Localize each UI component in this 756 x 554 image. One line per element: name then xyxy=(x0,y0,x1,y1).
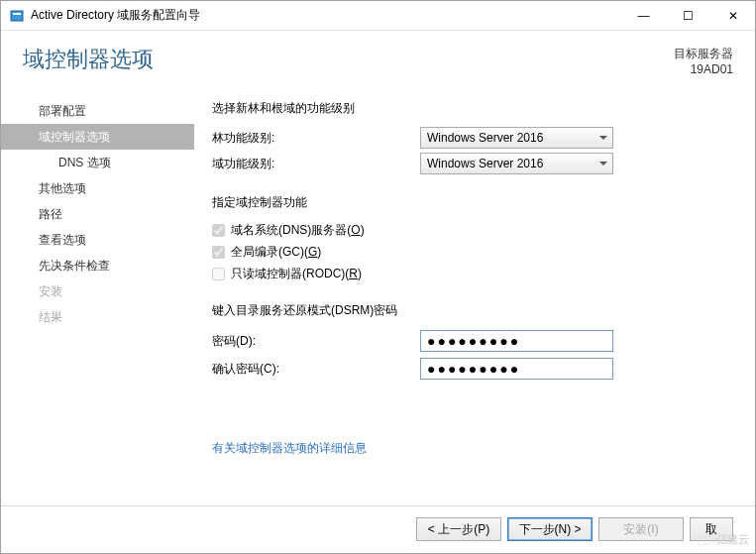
nav-deploy-config[interactable]: 部署配置 xyxy=(1,98,194,124)
nav-sidebar: 部署配置 域控制器选项 DNS 选项 其他选项 路径 查看选项 先决条件检查 安… xyxy=(1,90,194,482)
maximize-button[interactable]: ☐ xyxy=(666,1,710,31)
body: 部署配置 域控制器选项 DNS 选项 其他选项 路径 查看选项 先决条件检查 安… xyxy=(1,90,755,482)
svg-rect-1 xyxy=(13,13,21,15)
nav-paths[interactable]: 路径 xyxy=(1,201,194,227)
install-button: 安装(I) xyxy=(598,517,684,541)
more-info-link[interactable]: 有关域控制器选项的详细信息 xyxy=(212,441,367,455)
confirm-password-label: 确认密码(C): xyxy=(212,361,420,378)
prev-button[interactable]: < 上一步(P) xyxy=(416,517,501,541)
wizard-buttons: < 上一步(P) 下一步(N) > 安装(I) 取 xyxy=(416,517,733,541)
forest-level-select[interactable] xyxy=(420,127,613,149)
svg-point-3 xyxy=(703,535,713,544)
password-label: 密码(D): xyxy=(212,333,420,350)
close-button[interactable]: ✕ xyxy=(710,1,755,31)
domain-level-select[interactable] xyxy=(420,153,613,174)
func-level-title: 选择新林和根域的功能级别 xyxy=(212,100,733,117)
window-title: Active Directory 域服务配置向导 xyxy=(31,7,621,24)
more-info-link-wrap: 有关域控制器选项的详细信息 xyxy=(212,440,733,457)
target-server-box: 目标服务器 19AD01 xyxy=(674,45,733,77)
rodc-checkbox xyxy=(212,268,225,280)
gc-checkbox xyxy=(212,246,225,259)
domain-level-label: 域功能级别: xyxy=(212,156,420,172)
app-icon xyxy=(9,8,25,24)
dns-checkbox-label: 域名系统(DNS)服务器(O) xyxy=(231,222,365,239)
rodc-checkbox-label: 只读域控制器(RODC)(R) xyxy=(231,266,362,282)
password-field[interactable] xyxy=(420,330,613,352)
nav-dc-options[interactable]: 域控制器选项 xyxy=(1,124,194,150)
dc-caps-title: 指定域控制器功能 xyxy=(212,194,733,211)
nav-review[interactable]: 查看选项 xyxy=(1,227,194,253)
confirm-password-field[interactable] xyxy=(420,358,613,380)
svg-rect-0 xyxy=(11,11,23,21)
next-button[interactable]: 下一步(N) > xyxy=(507,517,593,541)
header: 域控制器选项 目标服务器 19AD01 xyxy=(1,31,755,90)
watermark: 亿速云 xyxy=(697,532,749,547)
minimize-button[interactable]: — xyxy=(621,1,666,31)
dsrm-title: 键入目录服务还原模式(DSRM)密码 xyxy=(212,302,733,319)
nav-results: 结果 xyxy=(1,304,194,330)
nav-install: 安装 xyxy=(1,278,194,304)
target-value: 19AD01 xyxy=(674,62,733,78)
forest-level-label: 林功能级别: xyxy=(212,130,420,147)
nav-other-options[interactable]: 其他选项 xyxy=(1,175,194,201)
nav-dns-options[interactable]: DNS 选项 xyxy=(1,150,194,175)
titlebar: Active Directory 域服务配置向导 — ☐ ✕ xyxy=(1,1,755,31)
nav-prereq[interactable]: 先决条件检查 xyxy=(1,253,194,278)
dns-checkbox xyxy=(212,224,225,237)
target-label: 目标服务器 xyxy=(674,47,733,62)
page-title: 域控制器选项 xyxy=(23,45,674,74)
gc-checkbox-label: 全局编录(GC)(G) xyxy=(231,244,321,261)
content-pane: 选择新林和根域的功能级别 林功能级别: 域功能级别: 指定域控制器功能 域名系统… xyxy=(194,90,755,482)
